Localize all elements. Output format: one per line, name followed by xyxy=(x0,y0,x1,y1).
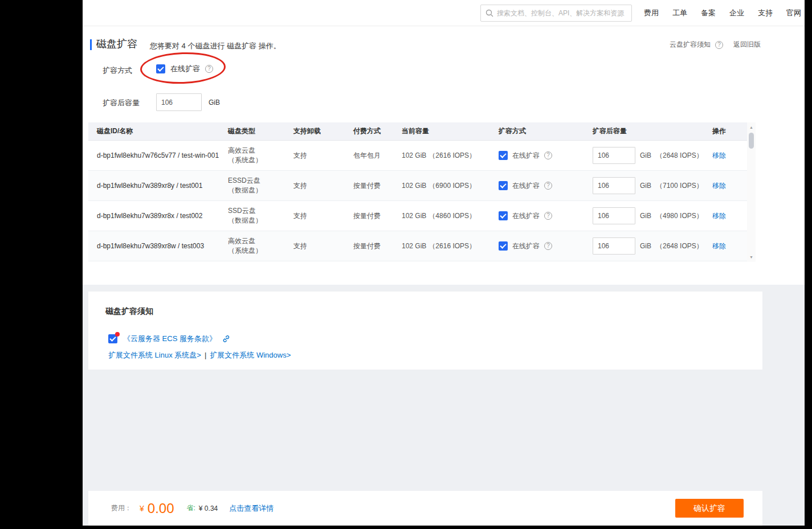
scrollbar-thumb[interactable] xyxy=(749,133,754,149)
remove-link[interactable]: 移除 xyxy=(712,182,726,190)
current-iops: （4860 IOPS） xyxy=(429,212,476,220)
confirm-expand-button[interactable]: 确认扩容 xyxy=(675,499,744,518)
disk-role: （系统盘） xyxy=(228,155,289,165)
global-search[interactable] xyxy=(480,5,632,22)
col-header-expand-method: 扩容方式 xyxy=(499,126,593,136)
notice-card-title: 磁盘扩容须知 xyxy=(105,306,153,317)
nav-item-tickets[interactable]: 工单 xyxy=(672,8,687,18)
extend-fs-windows-link[interactable]: 扩展文件系统 Windows> xyxy=(210,351,291,359)
current-capacity: 102 GiB xyxy=(402,151,426,159)
capacity-unit: GiB xyxy=(209,99,220,106)
new-capacity-input[interactable] xyxy=(593,177,635,194)
new-capacity-input[interactable] xyxy=(593,237,635,255)
remove-link[interactable]: 移除 xyxy=(712,242,726,250)
new-capacity-input[interactable] xyxy=(593,147,635,164)
disk-type: 高效云盘 xyxy=(228,236,289,246)
actions-cell: 移除 xyxy=(712,181,747,191)
online-expand-checkbox[interactable] xyxy=(499,241,508,251)
expand-method: 在线扩容 xyxy=(512,151,540,161)
savings-amount: ¥ 0.34 xyxy=(199,505,218,512)
page-subtitle: 您将要对 4 个磁盘进行 磁盘扩容 操作。 xyxy=(150,41,281,51)
online-expand-checkbox[interactable] xyxy=(499,181,508,190)
top-nav: 费用 工单 备案 企业 支持 官网 xyxy=(644,0,801,26)
col-header-detachable: 支持卸载 xyxy=(293,126,353,136)
title-accent-bar xyxy=(90,39,92,50)
online-expand-checkbox[interactable] xyxy=(499,151,508,160)
search-icon xyxy=(485,9,493,17)
new-capacity-unit: GiB xyxy=(640,242,651,250)
expansion-notice-link[interactable]: 云盘扩容须知 xyxy=(670,40,711,50)
new-iops: （4980 IOPS） xyxy=(656,211,703,221)
new-iops: （2648 IOPS） xyxy=(656,241,703,251)
nav-item-site[interactable]: 官网 xyxy=(786,8,801,18)
online-expand-checkbox[interactable] xyxy=(156,64,165,73)
expand-method-label: 扩容方式 xyxy=(103,65,132,76)
expand-method-cell: 在线扩容 ? xyxy=(499,211,593,221)
fee-currency-symbol: ¥ xyxy=(140,504,144,513)
col-header-billing: 付费方式 xyxy=(353,126,402,136)
new-iops: （2648 IOPS） xyxy=(656,151,703,161)
capacity-after-group: GiB xyxy=(156,93,220,111)
current-capacity: 102 GiB xyxy=(402,212,426,220)
disk-type-cell: 高效云盘 （系统盘） xyxy=(228,146,293,165)
new-capacity-input[interactable] xyxy=(593,207,635,224)
search-input[interactable] xyxy=(497,9,627,17)
help-icon[interactable]: ? xyxy=(544,212,552,220)
remove-link[interactable]: 移除 xyxy=(712,151,726,159)
expand-method-cell: 在线扩容 ? xyxy=(499,181,593,191)
nav-item-support[interactable]: 支持 xyxy=(758,8,773,18)
disk-type-cell: ESSD云盘 （数据盘） xyxy=(228,176,293,195)
help-icon[interactable]: ? xyxy=(544,242,552,250)
fee-bar: 费用： ¥ 0.00 省: ¥ 0.34 点击查看详情 确认扩容 xyxy=(88,491,762,526)
disk-type-cell: 高效云盘 （系统盘） xyxy=(228,236,293,256)
detachable: 支持 xyxy=(293,151,353,161)
new-capacity-cell: GiB（2648 IOPS） xyxy=(593,237,712,255)
current-iops: （2616 IOPS） xyxy=(429,242,476,250)
fee-label: 费用： xyxy=(111,503,132,513)
remove-link[interactable]: 移除 xyxy=(712,212,726,220)
help-icon[interactable]: ? xyxy=(544,151,552,159)
col-header-actions: 操作 xyxy=(712,126,747,136)
scroll-up-arrow-icon[interactable]: ▲ xyxy=(747,125,756,129)
current-capacity-cell: 102 GiB（2616 IOPS） xyxy=(402,241,499,251)
billing-method: 按量付费 xyxy=(353,181,402,191)
billing-method: 按量付费 xyxy=(353,211,402,221)
expand-method-cell: 在线扩容 ? xyxy=(499,151,593,161)
filesystem-links: 扩展文件系统 Linux 系统盘>|扩展文件系统 Windows> xyxy=(108,350,291,360)
expand-method: 在线扩容 xyxy=(512,211,540,221)
disk-role: （数据盘） xyxy=(228,216,289,225)
link-chain-icon[interactable] xyxy=(222,335,230,343)
table-scrollbar[interactable]: ▲ ▼ xyxy=(747,122,756,262)
expansion-notice-card: 磁盘扩容须知 《云服务器 ECS 服务条款》 扩展文件系统 Linux 系统盘>… xyxy=(88,292,762,370)
online-expand-option-label: 在线扩容 xyxy=(170,64,200,74)
nav-item-icp[interactable]: 备案 xyxy=(701,8,716,18)
fee-summary: 费用： ¥ 0.00 省: ¥ 0.34 点击查看详情 xyxy=(111,491,274,526)
capacity-input[interactable] xyxy=(156,93,202,111)
ecs-terms-link[interactable]: 《云服务器 ECS 服务条款》 xyxy=(123,334,217,344)
expand-method-group: 在线扩容 ? xyxy=(156,64,213,74)
new-capacity-unit: GiB xyxy=(640,212,651,220)
new-capacity-unit: GiB xyxy=(640,151,651,159)
disk-role: （系统盘） xyxy=(228,246,289,256)
new-capacity-cell: GiB（7100 IOPS） xyxy=(593,177,712,194)
current-capacity: 102 GiB xyxy=(402,242,426,250)
back-to-old-version-link[interactable]: 返回旧版 xyxy=(733,40,761,50)
nav-item-enterprise[interactable]: 企业 xyxy=(729,8,744,18)
actions-cell: 移除 xyxy=(712,151,747,161)
help-icon[interactable]: ? xyxy=(715,41,723,49)
screen-letterbox-bottom xyxy=(0,526,812,529)
view-details-link[interactable]: 点击查看详情 xyxy=(229,503,274,514)
nav-item-billing[interactable]: 费用 xyxy=(644,8,659,18)
expand-method: 在线扩容 xyxy=(512,241,540,251)
disk-id: d-bp1fwl8ekhu7w76c5v77 / test-win-001 xyxy=(88,151,228,161)
detachable: 支持 xyxy=(293,241,353,251)
help-icon[interactable]: ? xyxy=(544,182,552,190)
detachable: 支持 xyxy=(293,211,353,221)
online-expand-checkbox[interactable] xyxy=(499,211,508,220)
current-iops: （2616 IOPS） xyxy=(429,151,476,159)
extend-fs-linux-link[interactable]: 扩展文件系统 Linux 系统盘> xyxy=(108,351,201,359)
help-icon[interactable]: ? xyxy=(205,65,213,73)
scroll-down-arrow-icon[interactable]: ▼ xyxy=(747,255,756,259)
new-capacity-cell: GiB（2648 IOPS） xyxy=(593,147,712,164)
disk-role: （数据盘） xyxy=(228,186,289,195)
